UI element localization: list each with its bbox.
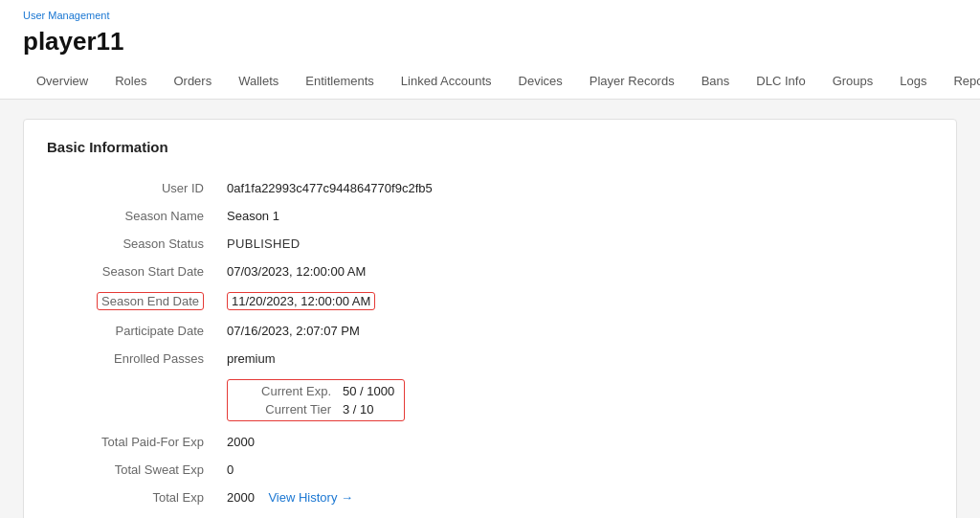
season-end-date-value-box: 11/20/2023, 12:00:00 AM [227, 292, 375, 310]
header: User Management player11 Overview Roles … [0, 0, 980, 100]
tab-devices[interactable]: Devices [505, 66, 576, 99]
tab-entitlements[interactable]: Entitlements [292, 66, 388, 99]
season-end-date-label: Season End Date [47, 285, 219, 317]
total-exp-row: Total Exp 2000 View History → [47, 484, 933, 511]
season-status-value: PUBLISHED [219, 230, 933, 258]
total-paid-exp-row: Total Paid-For Exp 2000 [47, 428, 933, 456]
total-sweat-exp-row: Total Sweat Exp 0 [47, 456, 933, 484]
enrolled-passes-label: Enrolled Passes [47, 345, 219, 372]
current-tier-label: Current Tier [237, 402, 343, 417]
exp-tier-box: Current Exp. 50 / 1000 Current Tier 3 / … [227, 379, 405, 421]
season-end-date-label-box: Season End Date [97, 292, 204, 310]
total-sweat-exp-label: Total Sweat Exp [47, 456, 219, 484]
tab-roles[interactable]: Roles [101, 66, 160, 99]
tab-orders[interactable]: Orders [160, 66, 225, 99]
enrolled-passes-value: premium [219, 345, 933, 372]
tab-linked-accounts[interactable]: Linked Accounts [388, 66, 505, 99]
published-badge: PUBLISHED [227, 236, 300, 251]
user-id-label: User ID [47, 174, 219, 202]
tab-overview[interactable]: Overview [23, 66, 101, 99]
season-end-date-value: 11/20/2023, 12:00:00 AM [219, 285, 933, 317]
tab-bans[interactable]: Bans [688, 66, 744, 99]
season-status-label: Season Status [47, 230, 219, 258]
tab-dlc-info[interactable]: DLC Info [743, 66, 818, 99]
current-tier-value: 3 / 10 [343, 402, 374, 417]
season-end-date-row: Season End Date 11/20/2023, 12:00:00 AM [47, 285, 933, 317]
exp-tier-row: Current Exp. 50 / 1000 Current Tier 3 / … [47, 372, 933, 428]
breadcrumb[interactable]: User Management [23, 10, 957, 21]
current-exp-label: Current Exp. [237, 384, 343, 398]
user-id-row: User ID 0af1fa22993c477c944864770f9c2fb5 [47, 174, 933, 202]
season-start-date-value: 07/03/2023, 12:00:00 AM [219, 258, 933, 285]
card-title: Basic Information [47, 139, 933, 155]
participate-date-row: Participate Date 07/16/2023, 2:07:07 PM [47, 317, 933, 345]
total-sweat-exp-value: 0 [219, 456, 933, 484]
current-tier-row: Current Tier 3 / 10 [237, 402, 394, 417]
season-name-row: Season Name Season 1 [47, 202, 933, 230]
total-exp-label: Total Exp [47, 484, 219, 511]
info-table: User ID 0af1fa22993c477c944864770f9c2fb5… [47, 174, 933, 511]
basic-info-card: Basic Information User ID 0af1fa22993c47… [23, 119, 957, 518]
tab-reports[interactable]: Reports [940, 66, 980, 99]
main-content: Basic Information User ID 0af1fa22993c47… [0, 100, 980, 518]
total-exp-cell: 2000 View History → [219, 484, 933, 511]
current-exp-row: Current Exp. 50 / 1000 [237, 384, 394, 398]
total-paid-exp-value: 2000 [219, 428, 933, 456]
tab-logs[interactable]: Logs [886, 66, 940, 99]
nav-tabs: Overview Roles Orders Wallets Entitlemen… [23, 66, 957, 99]
participate-date-label: Participate Date [47, 317, 219, 345]
total-exp-value: 2000 [227, 490, 255, 505]
season-start-date-label: Season Start Date [47, 258, 219, 285]
view-history-link[interactable]: View History → [268, 490, 353, 505]
season-name-label: Season Name [47, 202, 219, 230]
tab-player-records[interactable]: Player Records [576, 66, 688, 99]
tab-groups[interactable]: Groups [819, 66, 887, 99]
current-exp-value: 50 / 1000 [343, 384, 394, 398]
page-title: player11 [23, 27, 957, 56]
tab-wallets[interactable]: Wallets [225, 66, 292, 99]
participate-date-value: 07/16/2023, 2:07:07 PM [219, 317, 933, 345]
user-id-value: 0af1fa22993c477c944864770f9c2fb5 [219, 174, 933, 202]
season-start-date-row: Season Start Date 07/03/2023, 12:00:00 A… [47, 258, 933, 285]
season-status-row: Season Status PUBLISHED [47, 230, 933, 258]
season-name-value: Season 1 [219, 202, 933, 230]
total-paid-exp-label: Total Paid-For Exp [47, 428, 219, 456]
enrolled-passes-row: Enrolled Passes premium [47, 345, 933, 372]
